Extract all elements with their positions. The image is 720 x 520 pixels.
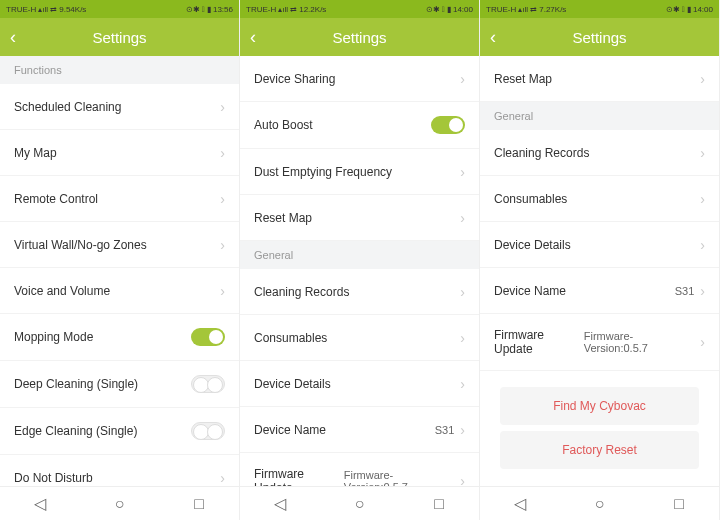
header: ‹ Settings <box>240 18 479 56</box>
label: Cleaning Records <box>494 146 589 160</box>
nav-home-icon[interactable]: ○ <box>352 497 366 511</box>
chevron-right-icon: › <box>700 283 705 299</box>
section-general: General <box>240 241 479 269</box>
carrier: TRUE-H <box>486 5 516 14</box>
chevron-right-icon: › <box>460 164 465 180</box>
android-nav-bar: ◁ ○ □ <box>480 486 719 520</box>
label: Device Details <box>254 377 331 391</box>
label: Device Sharing <box>254 72 335 86</box>
nav-back-icon[interactable]: ◁ <box>273 497 287 511</box>
android-nav-bar: ◁ ○ □ <box>0 486 239 520</box>
chevron-right-icon: › <box>700 334 705 350</box>
carrier: TRUE-H <box>246 5 276 14</box>
header: ‹ Settings <box>480 18 719 56</box>
row-scheduled-cleaning[interactable]: Scheduled Cleaning› <box>0 84 239 130</box>
chevron-right-icon: › <box>220 191 225 207</box>
label: Device Name <box>254 423 326 437</box>
row-device-details[interactable]: Device Details› <box>480 222 719 268</box>
label: Virtual Wall/No-go Zones <box>14 238 147 252</box>
row-deep-cleaning[interactable]: Deep Cleaning (Single) <box>0 361 239 408</box>
carrier: TRUE-H <box>6 5 36 14</box>
label: Edge Cleaning (Single) <box>14 424 137 438</box>
chevron-right-icon: › <box>460 473 465 486</box>
row-virtual-wall[interactable]: Virtual Wall/No-go Zones› <box>0 222 239 268</box>
label: My Map <box>14 146 57 160</box>
row-reset-map[interactable]: Reset Map› <box>480 56 719 102</box>
device-name-value: S31 <box>435 424 455 436</box>
factory-reset-button[interactable]: Factory Reset <box>500 431 699 469</box>
row-device-name[interactable]: Device NameS31› <box>480 268 719 314</box>
screen-1: TRUE-H ▴ıll ⇄ 9.54K/s ⊙✱ ⃝ ▮ 13:56 ‹ Set… <box>0 0 240 520</box>
edge-cleaning-toggle[interactable] <box>191 422 225 440</box>
row-device-details[interactable]: Device Details› <box>240 361 479 407</box>
row-cleaning-records[interactable]: Cleaning Records› <box>240 269 479 315</box>
nav-back-icon[interactable]: ◁ <box>33 497 47 511</box>
row-auto-boost[interactable]: Auto Boost <box>240 102 479 149</box>
row-my-map[interactable]: My Map› <box>0 130 239 176</box>
auto-boost-toggle[interactable] <box>431 116 465 134</box>
row-dust-frequency[interactable]: Dust Emptying Frequency› <box>240 149 479 195</box>
firmware-value: Firmware-Version:0.5.7 <box>344 469 455 486</box>
label: Dust Emptying Frequency <box>254 165 392 179</box>
label: Do Not Disturb <box>14 471 93 485</box>
net-speed: 9.54K/s <box>59 5 86 14</box>
row-mopping-mode[interactable]: Mopping Mode <box>0 314 239 361</box>
nav-home-icon[interactable]: ○ <box>112 497 126 511</box>
find-my-cybovac-button[interactable]: Find My Cybovac <box>500 387 699 425</box>
label: Reset Map <box>494 72 552 86</box>
chevron-right-icon: › <box>460 210 465 226</box>
status-icons: ⊙✱ ⃝ ▮ <box>426 5 451 14</box>
screen-2: TRUE-H ▴ıll ⇄ 12.2K/s ⊙✱ ⃝ ▮ 14:00 ‹ Set… <box>240 0 480 520</box>
row-device-name[interactable]: Device NameS31› <box>240 407 479 453</box>
row-voice-volume[interactable]: Voice and Volume› <box>0 268 239 314</box>
status-icons: ⊙✱ ⃝ ▮ <box>666 5 691 14</box>
row-do-not-disturb[interactable]: Do Not Disturb› <box>0 455 239 486</box>
back-button[interactable]: ‹ <box>250 27 256 48</box>
nav-recent-icon[interactable]: □ <box>672 497 686 511</box>
nav-recent-icon[interactable]: □ <box>192 497 206 511</box>
row-consumables[interactable]: Consumables› <box>480 176 719 222</box>
deep-cleaning-toggle[interactable] <box>191 375 225 393</box>
chevron-right-icon: › <box>220 470 225 486</box>
settings-list[interactable]: Device Sharing› Auto Boost Dust Emptying… <box>240 56 479 486</box>
row-cleaning-records[interactable]: Cleaning Records› <box>480 130 719 176</box>
delete-device-button[interactable]: Delete the Device <box>500 475 699 486</box>
row-edge-cleaning[interactable]: Edge Cleaning (Single) <box>0 408 239 455</box>
row-firmware-update[interactable]: Firmware UpdateFirmware-Version:0.5.7› <box>240 453 479 486</box>
clock: 14:00 <box>453 5 473 14</box>
row-remote-control[interactable]: Remote Control› <box>0 176 239 222</box>
status-bar: TRUE-H ▴ıll ⇄ 9.54K/s ⊙✱ ⃝ ▮ 13:56 <box>0 0 239 18</box>
back-button[interactable]: ‹ <box>490 27 496 48</box>
settings-list[interactable]: Functions Scheduled Cleaning› My Map› Re… <box>0 56 239 486</box>
row-firmware-update[interactable]: Firmware UpdateFirmware-Version:0.5.7› <box>480 314 719 371</box>
label: Device Name <box>494 284 566 298</box>
chevron-right-icon: › <box>700 145 705 161</box>
clock: 13:56 <box>213 5 233 14</box>
row-consumables[interactable]: Consumables› <box>240 315 479 361</box>
page-title: Settings <box>332 29 386 46</box>
nav-home-icon[interactable]: ○ <box>592 497 606 511</box>
label: Voice and Volume <box>14 284 110 298</box>
settings-list[interactable]: Reset Map› General Cleaning Records› Con… <box>480 56 719 486</box>
mopping-toggle[interactable] <box>191 328 225 346</box>
row-reset-map[interactable]: Reset Map› <box>240 195 479 241</box>
section-general: General <box>480 102 719 130</box>
chevron-right-icon: › <box>460 284 465 300</box>
chevron-right-icon: › <box>220 145 225 161</box>
row-device-sharing[interactable]: Device Sharing› <box>240 56 479 102</box>
nav-back-icon[interactable]: ◁ <box>513 497 527 511</box>
label: Cleaning Records <box>254 285 349 299</box>
chevron-right-icon: › <box>460 71 465 87</box>
chevron-right-icon: › <box>460 422 465 438</box>
label: Mopping Mode <box>14 330 93 344</box>
page-title: Settings <box>92 29 146 46</box>
label: Auto Boost <box>254 118 313 132</box>
android-nav-bar: ◁ ○ □ <box>240 486 479 520</box>
nav-recent-icon[interactable]: □ <box>432 497 446 511</box>
status-bar: TRUE-H ▴ıll ⇄ 12.2K/s ⊙✱ ⃝ ▮ 14:00 <box>240 0 479 18</box>
status-bar: TRUE-H ▴ıll ⇄ 7.27K/s ⊙✱ ⃝ ▮ 14:00 <box>480 0 719 18</box>
back-button[interactable]: ‹ <box>10 27 16 48</box>
device-name-value: S31 <box>675 285 695 297</box>
label: Firmware Update <box>254 467 344 486</box>
page-title: Settings <box>572 29 626 46</box>
